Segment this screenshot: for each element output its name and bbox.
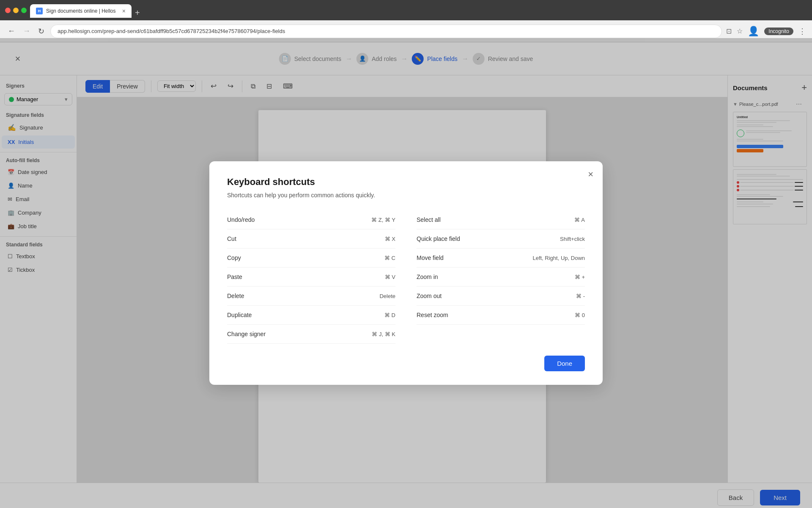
shortcut-label-reset-zoom: Reset zoom bbox=[417, 312, 448, 318]
shortcut-label-quick-place: Quick place field bbox=[417, 235, 460, 242]
done-button[interactable]: Done bbox=[544, 356, 585, 371]
nav-back-btn[interactable]: ← bbox=[6, 25, 17, 37]
new-tab-btn[interactable]: + bbox=[132, 8, 143, 18]
shortcut-label-zoom-out: Zoom out bbox=[417, 293, 442, 299]
browser-titlebar: H Sign documents online | Hellos × + bbox=[0, 0, 812, 20]
shortcut-row-duplicate: Duplicate ⌘ D bbox=[227, 306, 395, 325]
browser-chrome: H Sign documents online | Hellos × + ← →… bbox=[0, 0, 812, 42]
shortcuts-grid: Undo/redo ⌘ Z, ⌘ Y Cut ⌘ X Copy ⌘ C Past… bbox=[227, 210, 585, 344]
shortcut-key-cut: ⌘ X bbox=[385, 236, 395, 242]
shortcut-label-cut: Cut bbox=[227, 235, 236, 242]
shortcut-row-paste: Paste ⌘ V bbox=[227, 268, 395, 287]
incognito-badge: Incognito bbox=[764, 28, 793, 35]
shortcuts-left-col: Undo/redo ⌘ Z, ⌘ Y Cut ⌘ X Copy ⌘ C Past… bbox=[227, 210, 395, 344]
cast-icon: ⊡ bbox=[726, 27, 732, 35]
shortcut-key-zoom-in: ⌘ + bbox=[575, 274, 585, 280]
menu-icon[interactable]: ⋮ bbox=[798, 27, 806, 36]
shortcut-key-quick-place: Shift+click bbox=[560, 236, 585, 242]
shortcut-key-change-signer: ⌘ J, ⌘ K bbox=[372, 331, 395, 337]
nav-icons: ⊡ ☆ 👤 Incognito ⋮ bbox=[726, 26, 806, 37]
tab-favicon: H bbox=[36, 8, 43, 14]
keyboard-shortcuts-modal: × Keyboard shortcuts Shortcuts can help … bbox=[209, 161, 603, 385]
address-text: app.hellosign.com/prep-and-send/c61bafdf… bbox=[58, 28, 285, 34]
shortcut-key-move-field: Left, Right, Up, Down bbox=[532, 255, 585, 261]
shortcut-label-change-signer: Change signer bbox=[227, 331, 266, 337]
shortcut-label-delete: Delete bbox=[227, 293, 244, 299]
shortcut-key-duplicate: ⌘ D bbox=[384, 312, 395, 318]
shortcut-row-zoom-out: Zoom out ⌘ - bbox=[417, 287, 585, 306]
shortcut-key-paste: ⌘ V bbox=[385, 274, 395, 280]
shortcut-row-move-field: Move field Left, Right, Up, Down bbox=[417, 248, 585, 268]
bookmark-icon[interactable]: ☆ bbox=[737, 27, 743, 35]
shortcut-key-delete: Delete bbox=[379, 293, 395, 299]
shortcut-key-copy: ⌘ C bbox=[384, 255, 395, 261]
nav-forward-btn[interactable]: → bbox=[21, 25, 32, 37]
shortcut-key-reset-zoom: ⌘ 0 bbox=[575, 312, 585, 318]
browser-tab[interactable]: H Sign documents online | Hellos × bbox=[30, 4, 132, 18]
modal-overlay: × Keyboard shortcuts Shortcuts can help … bbox=[0, 38, 812, 508]
shortcut-label-duplicate: Duplicate bbox=[227, 312, 252, 318]
shortcut-row-cut: Cut ⌘ X bbox=[227, 229, 395, 248]
shortcut-label-zoom-in: Zoom in bbox=[417, 273, 438, 280]
shortcut-label-paste: Paste bbox=[227, 273, 242, 280]
shortcut-row-copy: Copy ⌘ C bbox=[227, 248, 395, 268]
shortcut-row-zoom-in: Zoom in ⌘ + bbox=[417, 268, 585, 287]
shortcut-key-zoom-out: ⌘ - bbox=[576, 293, 585, 299]
shortcut-label-select-all: Select all bbox=[417, 216, 441, 223]
shortcut-row-select-all: Select all ⌘ A bbox=[417, 210, 585, 229]
window-maximize-btn[interactable] bbox=[21, 8, 27, 13]
shortcut-row-change-signer: Change signer ⌘ J, ⌘ K bbox=[227, 325, 395, 344]
shortcut-key-undo: ⌘ Z, ⌘ Y bbox=[371, 217, 395, 223]
modal-subtitle: Shortcuts can help you perform common ac… bbox=[227, 192, 585, 199]
shortcut-label-move-field: Move field bbox=[417, 254, 444, 261]
shortcuts-right-col: Select all ⌘ A Quick place field Shift+c… bbox=[417, 210, 585, 344]
nav-refresh-btn[interactable]: ↻ bbox=[36, 25, 46, 38]
window-close-btn[interactable] bbox=[5, 8, 11, 13]
modal-title: Keyboard shortcuts bbox=[227, 177, 585, 188]
shortcut-row-undo: Undo/redo ⌘ Z, ⌘ Y bbox=[227, 210, 395, 229]
shortcut-row-delete: Delete Delete bbox=[227, 287, 395, 306]
shortcut-row-quick-place: Quick place field Shift+click bbox=[417, 229, 585, 248]
tab-close-btn[interactable]: × bbox=[122, 8, 126, 14]
address-bar[interactable]: app.hellosign.com/prep-and-send/c61bafdf… bbox=[50, 25, 722, 38]
modal-close-btn[interactable]: × bbox=[588, 169, 593, 180]
modal-footer: Done bbox=[227, 356, 585, 371]
shortcut-row-reset-zoom: Reset zoom ⌘ 0 bbox=[417, 306, 585, 325]
shortcut-label-undo: Undo/redo bbox=[227, 216, 255, 223]
window-minimize-btn[interactable] bbox=[13, 8, 19, 13]
tab-title: Sign documents online | Hellos bbox=[46, 8, 119, 14]
shortcut-label-copy: Copy bbox=[227, 254, 241, 261]
shortcut-key-select-all: ⌘ A bbox=[574, 217, 585, 223]
profile-icon[interactable]: 👤 bbox=[748, 26, 759, 37]
